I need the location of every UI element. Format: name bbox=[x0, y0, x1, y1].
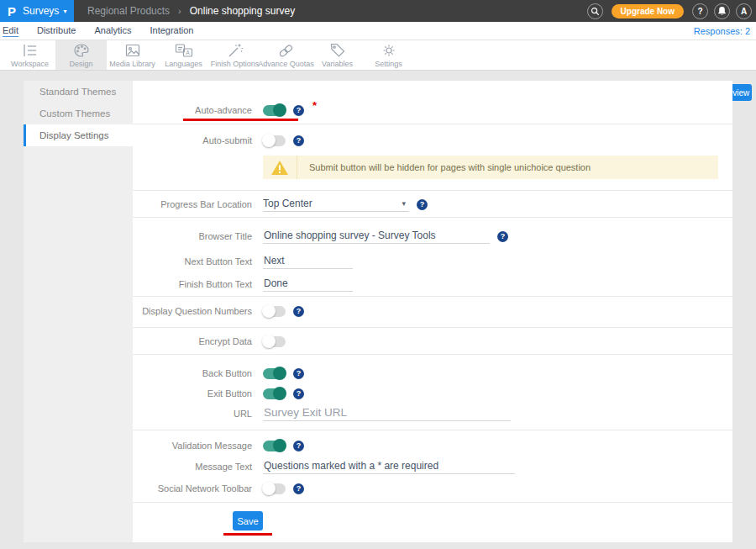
toolbar-tabs: Workspace Design Media Library A Languag… bbox=[4, 40, 414, 70]
chevron-down-icon: ▾ bbox=[63, 8, 66, 15]
finish-button-text-row: Finish Button Text bbox=[133, 276, 353, 293]
avatar[interactable]: A bbox=[736, 3, 752, 19]
help-icon[interactable]: ? bbox=[417, 199, 428, 210]
help-icon[interactable]: ? bbox=[497, 231, 508, 242]
auto-submit-row: Auto-submit ? bbox=[133, 132, 304, 149]
validation-message-toggle[interactable] bbox=[263, 441, 286, 451]
magic-wand-icon bbox=[227, 43, 244, 58]
validation-message-label: Validation Message bbox=[133, 441, 252, 451]
toolbar-item-languages[interactable]: A Languages bbox=[158, 40, 209, 70]
auto-advance-label: Auto-advance bbox=[133, 105, 252, 115]
help-icon[interactable]: ? bbox=[293, 368, 304, 379]
social-network-toolbar-row: Social Network Toolbar ? bbox=[133, 480, 304, 497]
auto-advance-row: Auto-advance ? bbox=[133, 102, 304, 119]
progress-bar-select[interactable]: Top Center ▾ bbox=[263, 197, 409, 212]
message-text-input[interactable] bbox=[263, 459, 515, 474]
questionpro-app: P Surveys ▾ Regional Products › Online s… bbox=[0, 0, 756, 549]
back-button-row: Back Button ? bbox=[133, 365, 304, 382]
toolbar-item-media-library[interactable]: Media Library bbox=[107, 40, 158, 70]
auto-advance-toggle[interactable] bbox=[263, 105, 286, 116]
message-text-row: Message Text bbox=[133, 458, 515, 475]
toolbar-item-workspace[interactable]: Workspace bbox=[4, 40, 55, 70]
sidebar-item-custom-themes[interactable]: Custom Themes bbox=[24, 103, 133, 124]
toolbar-item-advance-quotas[interactable]: Advance Quotas bbox=[260, 40, 312, 70]
help-button[interactable]: ? bbox=[692, 3, 708, 19]
exit-url-row: URL bbox=[133, 405, 511, 422]
tag-icon bbox=[329, 43, 346, 58]
divider bbox=[133, 124, 732, 124]
notifications-button[interactable] bbox=[714, 3, 730, 19]
exit-url-input[interactable] bbox=[263, 406, 511, 421]
help-icon[interactable]: ? bbox=[293, 483, 304, 494]
auto-submit-warning: Submit button will be hidden for pages w… bbox=[263, 156, 718, 179]
divider bbox=[133, 354, 732, 355]
warning-text: Submit button will be hidden for pages w… bbox=[297, 162, 591, 172]
encrypt-data-toggle[interactable] bbox=[263, 336, 286, 347]
help-icon[interactable]: ? bbox=[293, 135, 304, 146]
search-button[interactable] bbox=[587, 3, 603, 19]
breadcrumb-current: Online shopping survey bbox=[190, 5, 295, 17]
display-question-numbers-label: Display Question Numbers bbox=[133, 306, 252, 316]
sidebar-item-display-settings[interactable]: Display Settings bbox=[24, 124, 133, 146]
breadcrumb: Regional Products › Online shopping surv… bbox=[87, 0, 295, 22]
workspace-list-icon bbox=[22, 43, 39, 58]
warning-triangle-icon bbox=[270, 160, 289, 176]
exit-url-label: URL bbox=[133, 409, 252, 419]
nav-tab-integration[interactable]: Integration bbox=[150, 25, 193, 36]
browser-title-label: Browser Title bbox=[133, 231, 252, 241]
finish-button-text-input[interactable] bbox=[263, 277, 353, 292]
annotation-underline-save bbox=[223, 533, 272, 536]
progress-bar-value: Top Center bbox=[263, 198, 312, 209]
help-icon[interactable]: ? bbox=[293, 306, 304, 317]
image-icon bbox=[124, 43, 141, 58]
next-button-text-input[interactable] bbox=[263, 254, 353, 269]
toolbar-item-variables[interactable]: Variables bbox=[312, 40, 363, 70]
chain-links-icon bbox=[278, 43, 295, 58]
auto-submit-toggle[interactable] bbox=[263, 135, 286, 146]
next-button-text-row: Next Button Text bbox=[133, 253, 353, 270]
breadcrumb-parent[interactable]: Regional Products bbox=[87, 5, 170, 17]
encrypt-data-label: Encrypt Data bbox=[133, 336, 252, 346]
chevron-down-icon: ▾ bbox=[402, 199, 406, 208]
surveys-menu[interactable]: P Surveys ▾ bbox=[0, 0, 74, 22]
nav-tab-edit[interactable]: Edit bbox=[3, 25, 18, 37]
browser-title-row: Browser Title ? bbox=[133, 228, 508, 245]
palette-icon bbox=[73, 43, 90, 58]
toolbar-item-design[interactable]: Design bbox=[55, 40, 107, 70]
upgrade-now-button[interactable]: Upgrade Now bbox=[612, 4, 684, 18]
search-icon bbox=[591, 7, 600, 16]
breadcrumb-separator-icon: › bbox=[178, 6, 181, 16]
divider bbox=[133, 190, 732, 191]
finish-button-text-label: Finish Button Text bbox=[133, 279, 252, 289]
display-question-numbers-row: Display Question Numbers ? bbox=[133, 303, 304, 319]
main-nav: Edit Distribute Analytics Integration Re… bbox=[0, 22, 756, 40]
social-network-toolbar-toggle[interactable] bbox=[263, 483, 286, 494]
display-settings-panel: Auto-advance ? * Auto-submit ? Submit bu… bbox=[133, 81, 732, 542]
encrypt-data-row: Encrypt Data bbox=[133, 333, 286, 350]
next-button-text-label: Next Button Text bbox=[133, 256, 252, 267]
exit-button-label: Exit Button bbox=[133, 388, 252, 399]
annotation-asterisk: * bbox=[312, 99, 317, 112]
back-button-toggle[interactable] bbox=[263, 368, 286, 379]
toolbar-item-settings[interactable]: Settings bbox=[363, 40, 414, 70]
exit-button-toggle[interactable] bbox=[263, 388, 286, 399]
display-question-numbers-toggle[interactable] bbox=[263, 306, 286, 317]
save-button[interactable]: Save bbox=[233, 511, 263, 531]
divider bbox=[133, 217, 732, 218]
design-toolbar: Workspace Design Media Library A Languag… bbox=[0, 40, 756, 71]
topbar-actions: Upgrade Now ? A bbox=[587, 3, 752, 19]
divider bbox=[133, 296, 732, 297]
toolbar-item-finish-options[interactable]: Finish Options bbox=[209, 40, 260, 70]
responses-count-link[interactable]: Responses: 2 bbox=[694, 26, 750, 36]
annotation-underline-auto-advance bbox=[183, 119, 298, 121]
browser-title-input[interactable] bbox=[263, 229, 490, 244]
help-icon[interactable]: ? bbox=[293, 441, 304, 451]
divider bbox=[133, 430, 732, 430]
questionpro-logo-icon: P bbox=[8, 4, 16, 18]
sidebar-item-standard-themes[interactable]: Standard Themes bbox=[24, 81, 133, 103]
help-icon[interactable]: ? bbox=[293, 388, 304, 399]
nav-tab-distribute[interactable]: Distribute bbox=[37, 25, 76, 36]
topbar: P Surveys ▾ Regional Products › Online s… bbox=[0, 0, 756, 22]
nav-tab-analytics[interactable]: Analytics bbox=[94, 25, 131, 36]
help-icon[interactable]: ? bbox=[293, 105, 304, 116]
